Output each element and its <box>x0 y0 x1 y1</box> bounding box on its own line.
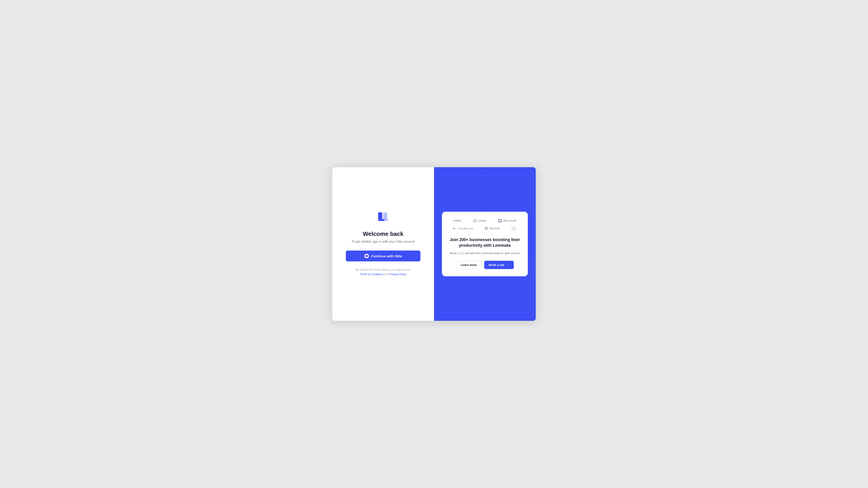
svg-rect-3 <box>383 219 388 221</box>
microsoft-grid-icon <box>498 219 502 223</box>
logos-row-2: monday.com OpenAI <box>448 225 522 232</box>
okta-button-label: Continue with Okta <box>371 254 402 258</box>
left-panel: Welcome back To get started, sign in wit… <box>332 167 434 321</box>
learn-more-button[interactable]: Learn more <box>456 261 482 269</box>
openai-icon <box>485 227 488 230</box>
okta-icon-inner <box>366 255 368 257</box>
other-logo <box>510 225 517 232</box>
promo-card: NVIDIA Linear Microsoft <box>442 212 528 276</box>
microsoft-logo: Microsoft <box>498 219 517 223</box>
svg-rect-2 <box>383 213 387 219</box>
svg-point-7 <box>456 228 457 229</box>
nvidia-text: NVIDIA <box>453 219 461 222</box>
okta-signin-button[interactable]: Continue with Okta <box>346 251 421 261</box>
lemmata-logo-icon <box>377 212 389 223</box>
promo-buttons: Learn more Book a call → <box>448 261 522 269</box>
svg-point-6 <box>454 228 456 229</box>
logo-container <box>377 212 389 224</box>
okta-icon <box>364 254 369 258</box>
promo-heading: Join 200+ businesses boosting their prod… <box>448 237 522 248</box>
monday-icon <box>453 227 457 230</box>
welcome-title: Welcome back <box>363 230 403 237</box>
privacy-policy-link[interactable]: Privacy Policy <box>390 273 406 276</box>
main-container: Welcome back To get started, sign in wit… <box>332 167 536 321</box>
linear-logo: Linear <box>473 219 487 223</box>
welcome-subtitle: To get started, sign in with your Okta a… <box>351 240 414 243</box>
monday-logo: monday.com <box>453 227 473 230</box>
terms-conditions-link[interactable]: Terms & Conditions <box>360 273 383 276</box>
legal-prefix: By clicking the button above, you agree … <box>355 268 411 271</box>
svg-point-5 <box>453 228 454 229</box>
nvidia-logo: NVIDIA <box>453 219 461 222</box>
svg-point-9 <box>513 227 515 230</box>
svg-rect-0 <box>378 213 382 219</box>
linear-text: Linear <box>477 219 487 222</box>
openai-logo: OpenAI <box>485 227 499 230</box>
book-call-label: Book a call <box>489 263 504 267</box>
other-icon <box>510 225 517 232</box>
right-panel: NVIDIA Linear Microsoft <box>434 167 536 321</box>
linear-icon <box>473 219 476 223</box>
microsoft-text: Microsoft <box>503 219 517 222</box>
openai-text: OpenAI <box>489 227 499 230</box>
arrow-right-icon: → <box>506 263 509 267</box>
book-call-button[interactable]: Book a call → <box>484 261 514 269</box>
logos-row-1: NVIDIA Linear Microsoft <box>448 219 522 223</box>
legal-text: By clicking the button above, you agree … <box>355 268 411 276</box>
legal-and: and <box>384 273 390 276</box>
monday-text: monday.com <box>458 227 473 230</box>
promo-subtext: Book a 1:1 call with the Lemmata team to… <box>448 251 522 256</box>
